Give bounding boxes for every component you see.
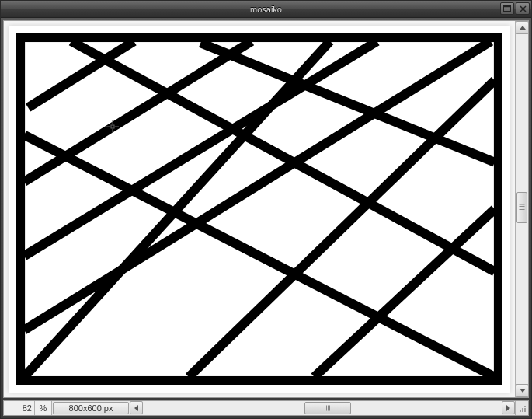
maximize-button[interactable] xyxy=(500,2,514,15)
scroll-down-button[interactable] xyxy=(516,384,529,397)
canvas-page xyxy=(9,26,510,393)
scroll-right-button[interactable] xyxy=(502,401,515,414)
chevron-down-icon xyxy=(520,389,526,393)
close-icon xyxy=(520,5,527,12)
chevron-left-icon xyxy=(134,405,138,411)
svg-point-21 xyxy=(520,410,521,412)
zoom-value[interactable]: 82 xyxy=(4,401,35,415)
resize-grip-icon xyxy=(517,403,527,413)
zoom-unit: % xyxy=(35,401,52,415)
hscroll-thumb[interactable] xyxy=(304,402,351,414)
close-button[interactable] xyxy=(516,2,530,15)
status-bar: 82 % 800x600 px xyxy=(3,400,529,416)
svg-point-23 xyxy=(522,408,523,410)
vscroll-thumb[interactable] xyxy=(516,192,527,223)
content-area xyxy=(3,20,529,398)
maximize-icon xyxy=(503,5,511,12)
svg-point-22 xyxy=(524,408,526,410)
scroll-up-button[interactable] xyxy=(516,21,529,34)
hscroll-track[interactable] xyxy=(143,401,502,415)
chevron-right-icon xyxy=(506,405,510,411)
chevron-up-icon xyxy=(520,26,526,30)
drawing-frame xyxy=(20,37,499,381)
titlebar[interactable]: mosaiko xyxy=(1,1,531,18)
window-frame: mosaiko xyxy=(0,0,532,419)
svg-point-19 xyxy=(524,410,526,412)
vscroll-track[interactable] xyxy=(516,34,528,384)
drawing-content xyxy=(16,33,502,385)
resize-grip[interactable] xyxy=(515,401,528,415)
svg-point-24 xyxy=(524,406,526,407)
window-controls xyxy=(500,2,530,15)
svg-point-20 xyxy=(522,410,523,412)
drawing-svg xyxy=(16,33,502,385)
window-title: mosaiko xyxy=(250,5,282,14)
vertical-scrollbar[interactable] xyxy=(515,21,528,397)
scroll-left-button[interactable] xyxy=(130,401,143,414)
horizontal-scrollbar[interactable] xyxy=(130,401,515,415)
canvas-viewport[interactable] xyxy=(4,21,515,397)
dimensions-button[interactable]: 800x600 px xyxy=(53,402,129,414)
